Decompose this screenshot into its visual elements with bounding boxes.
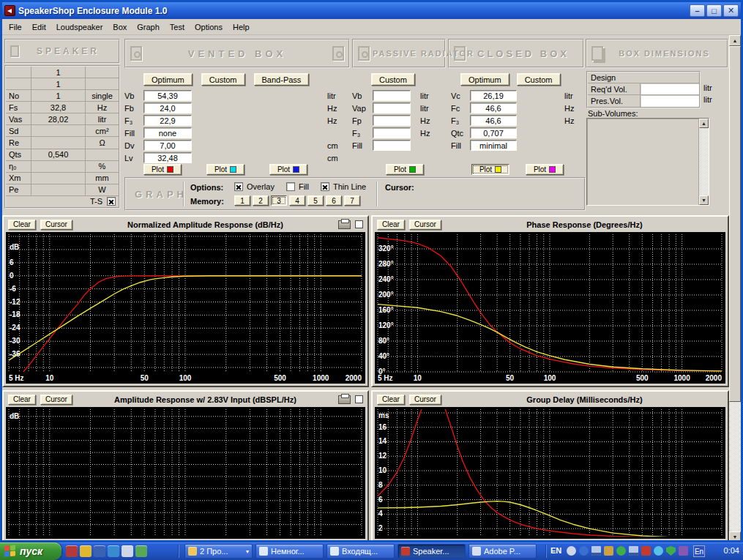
field-input-vc[interactable]: 26,19 [470, 90, 517, 101]
tray-icon-purple[interactable] [679, 546, 688, 556]
plot-button[interactable]: Plot [471, 164, 509, 175]
pres-vol-input[interactable] [641, 95, 699, 107]
field-input-fp[interactable] [373, 115, 411, 126]
scroll-up-button[interactable] [729, 35, 741, 46]
language-badge[interactable]: En [693, 545, 705, 557]
quick-launch-icon-3[interactable] [94, 545, 105, 557]
field-input-f[interactable] [373, 127, 411, 138]
field-input-vb[interactable]: 54,39 [143, 90, 192, 101]
title-bar[interactable]: SpeakerShop Enclosure Module 1.0 [2, 2, 741, 19]
memory-button-5[interactable]: 5 [307, 195, 324, 206]
plot-button[interactable]: Plot [386, 164, 424, 175]
tray-shield-icon[interactable] [666, 546, 676, 556]
language-indicator[interactable]: EN [550, 546, 561, 555]
tray-icon-blue[interactable] [579, 546, 589, 556]
plot-button[interactable]: Plot [206, 164, 244, 175]
normalized-amplitude-plot[interactable]: dB60-6-12-18-24-30-365 Hz105010050010002… [6, 232, 365, 384]
clear-button[interactable]: Clear [377, 220, 405, 230]
menu-box[interactable]: Box [108, 20, 132, 34]
cursor-button[interactable]: Cursor [409, 220, 441, 230]
quick-launch-icon-1[interactable] [66, 545, 78, 557]
maximize-button[interactable] [706, 4, 722, 17]
menu-edit[interactable]: Edit [27, 20, 51, 34]
custom-button[interactable]: Custom [517, 73, 561, 86]
overlay-checkbox[interactable]: Overlay [234, 182, 275, 191]
ts-checkbox[interactable] [107, 197, 116, 206]
cursor-button[interactable]: Cursor [40, 395, 72, 405]
sub-volumes-listbox[interactable] [586, 118, 709, 206]
menu-help[interactable]: Help [228, 20, 255, 34]
tray-icon-green[interactable] [616, 546, 626, 556]
field-input-f[interactable]: 22,9 [143, 115, 192, 126]
field-input-fb[interactable]: 24,0 [143, 102, 192, 113]
scroll-up-icon[interactable] [699, 119, 709, 128]
field-input-dv[interactable]: 7,00 [143, 140, 192, 151]
field-input-f[interactable]: 46,6 [470, 115, 517, 126]
optimum-button[interactable]: Optimum [460, 73, 509, 86]
tray-display-icon[interactable] [629, 546, 638, 556]
memory-button-7[interactable]: 7 [344, 195, 360, 206]
memory-button-2[interactable]: 2 [253, 195, 269, 206]
listbox-scrollbar[interactable] [698, 119, 709, 205]
minimize-button[interactable] [690, 4, 705, 17]
quick-launch-icon-6[interactable] [135, 545, 147, 557]
clear-button[interactable]: Clear [8, 395, 36, 405]
fill-checkbox[interactable]: Fill [286, 182, 309, 191]
memory-button-4[interactable]: 4 [289, 195, 305, 206]
menu-test[interactable]: Test [165, 20, 190, 34]
close-button[interactable] [723, 4, 739, 17]
printer-icon[interactable] [338, 220, 351, 229]
panel-checkbox[interactable] [355, 395, 363, 403]
optimum-button[interactable]: Optimum [143, 73, 193, 86]
plot-button[interactable]: Plot [526, 164, 564, 175]
field-input-lv[interactable]: 32,48 [143, 152, 192, 163]
clear-button[interactable]: Clear [377, 395, 405, 405]
taskbar-task[interactable]: Немног... [255, 544, 324, 559]
menu-loudspeaker[interactable]: Loudspeaker [51, 20, 108, 34]
taskbar-task[interactable]: Adobe P... [468, 544, 537, 559]
menu-file[interactable]: File [4, 20, 27, 34]
scrollbar-thumb[interactable] [729, 46, 741, 402]
window-scrollbar[interactable] [729, 35, 741, 542]
field-input-qtc[interactable]: 0,707 [470, 127, 517, 138]
cursor-button[interactable]: Cursor [40, 220, 72, 230]
field-input-vap[interactable] [373, 102, 411, 113]
tray-card-icon[interactable] [604, 546, 613, 556]
memory-button-6[interactable]: 6 [326, 195, 342, 206]
menu-graph[interactable]: Graph [132, 20, 165, 34]
thin-line-checkbox[interactable]: Thin Line [321, 182, 366, 191]
plot-button[interactable]: Plot [143, 164, 182, 175]
field-input-vb[interactable] [373, 90, 411, 101]
quick-launch-icon-2[interactable] [80, 545, 92, 557]
field-input-fill[interactable]: minimal [470, 140, 517, 151]
amplitude-response-plot[interactable]: dB [6, 407, 365, 539]
taskbar-task[interactable]: 2 Про... [184, 544, 253, 559]
tray-icon-red[interactable] [641, 546, 651, 556]
tray-network-icon[interactable] [591, 546, 601, 556]
taskbar-task[interactable]: Входящ... [326, 544, 395, 559]
phase-response-plot[interactable]: 320°280°240°200°160°120°80°40°0°5 Hz1050… [375, 232, 725, 384]
internet-explorer-icon[interactable] [108, 545, 119, 557]
group-delay-plot[interactable]: ms161412108642 [375, 407, 725, 539]
custom-button[interactable]: Custom [201, 73, 245, 86]
memory-button-3[interactable]: 3 [271, 195, 287, 206]
tray-volume-icon[interactable] [567, 546, 576, 556]
clear-button[interactable]: Clear [8, 220, 36, 230]
band-pass-button[interactable]: Band-Pass [254, 73, 310, 86]
tray-messenger-icon[interactable] [654, 546, 663, 556]
menu-options[interactable]: Options [190, 20, 228, 34]
start-button[interactable]: пуск [0, 542, 61, 560]
taskbar-task[interactable]: Speaker... [397, 544, 466, 559]
cursor-button[interactable]: Cursor [409, 395, 441, 405]
scroll-down-icon[interactable] [699, 195, 709, 205]
printer-icon[interactable] [338, 395, 351, 404]
field-input-fill[interactable] [373, 140, 411, 151]
panel-checkbox[interactable] [355, 220, 363, 228]
memory-button-1[interactable]: 1 [234, 195, 250, 206]
custom-button[interactable]: Custom [371, 73, 415, 86]
quick-launch-icon-5[interactable] [122, 545, 133, 557]
reqd-vol-input[interactable] [641, 83, 699, 94]
plot-button[interactable]: Plot [269, 164, 307, 175]
field-input-fc[interactable]: 46,6 [470, 102, 517, 113]
field-input-fill[interactable]: none [143, 127, 192, 138]
